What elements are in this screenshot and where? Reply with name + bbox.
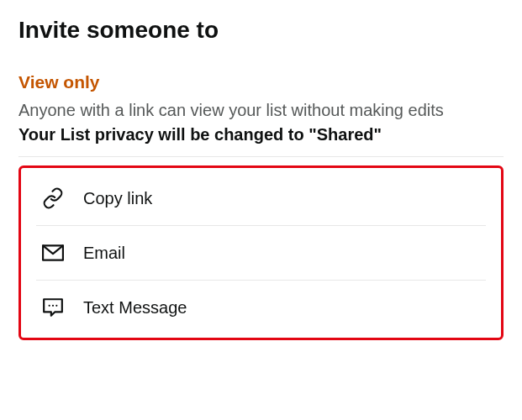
copy-link-option[interactable]: Copy link (36, 171, 486, 225)
link-icon (41, 186, 65, 210)
svg-point-2 (52, 305, 54, 307)
email-option[interactable]: Email (36, 225, 486, 280)
text-message-option[interactable]: Text Message (36, 280, 486, 334)
page-title: Invite someone to (18, 17, 504, 44)
permission-description: Anyone with a link can view your list wi… (18, 99, 504, 122)
privacy-note: Your List privacy will be changed to "Sh… (18, 125, 504, 144)
email-label: Email (83, 244, 125, 263)
svg-point-3 (55, 305, 57, 307)
permission-heading: View only (18, 72, 504, 92)
copy-link-label: Copy link (83, 189, 152, 208)
divider (18, 156, 504, 157)
svg-point-1 (49, 305, 50, 307)
text-message-label: Text Message (83, 298, 187, 318)
text-message-icon (41, 296, 65, 319)
email-icon (41, 241, 65, 265)
share-options-container: Copy link Email Text Message (18, 165, 504, 340)
